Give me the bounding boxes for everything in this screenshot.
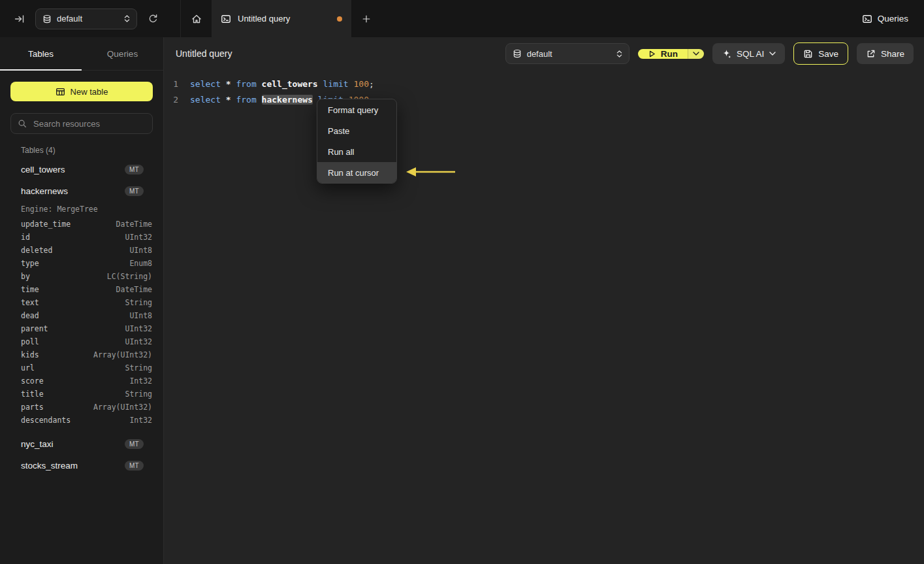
table-row-nyc_taxi[interactable]: nyc_taxiMT (0, 433, 163, 455)
code-token: hackernews (262, 95, 313, 105)
run-button-label: Run (661, 49, 678, 59)
table-row-hackernews[interactable]: hackernewsMT (0, 180, 163, 202)
topbar: default Untitled query (0, 0, 924, 37)
home-button[interactable] (181, 0, 212, 37)
menu-item-format-query[interactable]: Format query (317, 99, 396, 120)
column-type: String (125, 390, 152, 399)
menu-item-run-all[interactable]: Run all (317, 141, 396, 162)
column-type: DateTime (116, 220, 152, 229)
column-row: deletedUInt8 (0, 244, 163, 257)
column-name: parts (21, 403, 44, 412)
table-grid-icon (56, 87, 65, 97)
line-number: 1 (164, 79, 178, 89)
page-title: Untitled query (176, 48, 232, 59)
tab-untitled-query[interactable]: Untitled query (212, 0, 351, 37)
run-button-group: Run (638, 49, 704, 59)
column-type: Int32 (129, 376, 152, 386)
share-icon (866, 49, 876, 59)
queries-button-label: Queries (878, 14, 908, 24)
unsaved-dot (337, 16, 342, 22)
save-button[interactable]: Save (793, 42, 848, 65)
code-token: 100 (353, 79, 368, 89)
column-type: Array(UInt32) (93, 350, 152, 359)
code-line: 2select * from hackernews limit 1000 (164, 91, 924, 107)
column-name: update_time (21, 220, 71, 229)
sql-editor[interactable]: 1select * from cell_towers limit 100;2se… (164, 70, 924, 107)
chevron-down-icon (693, 52, 699, 56)
column-type: Int32 (129, 416, 152, 425)
engine-badge: MT (125, 439, 144, 449)
column-type: LC(String) (107, 272, 152, 281)
new-tab-button[interactable] (351, 0, 381, 37)
column-type: UInt32 (125, 233, 152, 242)
queries-button[interactable]: Queries (862, 14, 908, 24)
column-row: textString (0, 296, 163, 309)
column-name: poll (21, 337, 39, 346)
column-name: type (21, 259, 39, 268)
code-token: cell_towers (262, 79, 318, 89)
code-token: ; (369, 79, 374, 89)
menu-item-run-at-cursor[interactable]: Run at cursor (317, 162, 396, 183)
column-type: UInt32 (125, 337, 152, 346)
sidebar-tab-queries[interactable]: Queries (82, 37, 163, 70)
run-options-button[interactable] (688, 49, 704, 59)
query-window-icon (221, 14, 231, 24)
column-row: titleString (0, 388, 163, 401)
collapse-sidebar-icon (14, 14, 25, 24)
code-text[interactable]: select * from cell_towers limit 100; (178, 79, 374, 89)
topbar-left: default (0, 0, 181, 37)
column-name: descendants (21, 416, 71, 425)
editor-controls: default Run (505, 42, 914, 65)
run-button[interactable]: Run (638, 49, 688, 59)
refresh-button[interactable] (144, 10, 162, 28)
column-type: DateTime (116, 285, 152, 294)
sidebar-tab-tables[interactable]: Tables (0, 37, 82, 70)
column-name: id (21, 233, 30, 242)
share-button-label: Share (881, 49, 904, 59)
main-area: Untitled query default Run (164, 37, 924, 564)
table-engine: Engine: MergeTree (0, 202, 163, 218)
column-row: update_timeDateTime (0, 218, 163, 231)
editor-database-selector[interactable]: default (505, 43, 629, 64)
column-type: String (125, 363, 152, 373)
new-table-button[interactable]: New table (10, 82, 153, 101)
save-button-label: Save (818, 49, 838, 59)
sql-ai-label: SQL AI (737, 49, 764, 59)
table-name: stocks_stream (21, 461, 78, 471)
code-token: * (226, 95, 231, 105)
database-icon (513, 49, 522, 58)
refresh-icon (148, 14, 158, 24)
plus-icon (362, 14, 371, 24)
column-row: timeDateTime (0, 283, 163, 296)
column-name: title (21, 390, 44, 399)
tables-list: cell_towersMThackernewsMTEngine: MergeTr… (0, 159, 163, 476)
column-row: byLC(String) (0, 270, 163, 283)
search-input[interactable] (32, 118, 146, 129)
code-token: limit (323, 79, 349, 89)
tables-section-label: Tables (4) (21, 146, 153, 155)
column-row: idUInt32 (0, 231, 163, 244)
column-row: typeEnum8 (0, 257, 163, 270)
tab-strip: Untitled query (181, 0, 381, 37)
column-row: descendantsInt32 (0, 414, 163, 427)
home-icon (191, 14, 202, 24)
share-button[interactable]: Share (857, 43, 914, 64)
code-token: select (190, 95, 221, 105)
sidebar-tabs: Tables Queries (0, 37, 163, 71)
menu-item-paste[interactable]: Paste (317, 120, 396, 141)
column-name: dead (21, 311, 39, 320)
column-type: UInt32 (125, 324, 152, 333)
table-row-stocks_stream[interactable]: stocks_streamMT (0, 455, 163, 476)
code-token: * (226, 79, 231, 89)
database-selector[interactable]: default (35, 8, 137, 29)
sql-ai-button[interactable]: SQL AI (712, 43, 785, 64)
search-icon (18, 119, 27, 128)
line-number: 2 (164, 95, 178, 105)
column-name: parent (21, 324, 48, 333)
engine-badge: MT (125, 461, 144, 471)
collapse-sidebar-button[interactable] (10, 10, 29, 28)
column-name: url (21, 363, 35, 373)
column-row: partsArray(UInt32) (0, 401, 163, 414)
table-row-cell_towers[interactable]: cell_towersMT (0, 159, 163, 180)
column-type: Array(UInt32) (93, 403, 152, 412)
